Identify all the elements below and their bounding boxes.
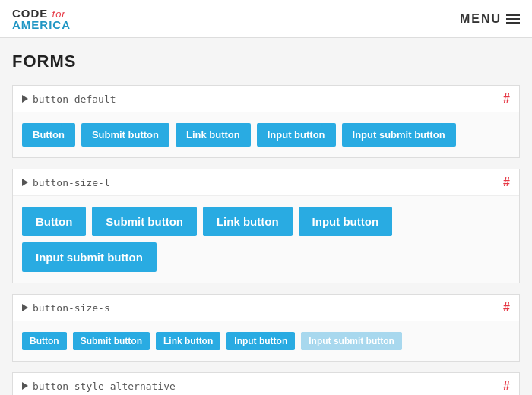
section-button-default: button-default#ButtonSubmit buttonLink b… xyxy=(12,85,520,158)
logo: CODE for AMERICA xyxy=(12,8,71,30)
btn-button-size-s-0[interactable]: Button xyxy=(22,332,67,350)
page-title: FORMS xyxy=(12,52,520,71)
btn-button-size-s-1[interactable]: Submit button xyxy=(73,332,150,350)
anchor-link[interactable]: # xyxy=(503,379,510,393)
section-title-button-style-alternative[interactable]: button-style-alternative xyxy=(22,381,176,392)
main-content: FORMS button-default#ButtonSubmit button… xyxy=(0,38,532,395)
expand-icon xyxy=(22,179,28,186)
btn-button-size-l-0[interactable]: Button xyxy=(22,207,86,236)
section-label: button-size-s xyxy=(33,302,110,314)
section-header-button-default: button-default# xyxy=(13,86,519,112)
section-header-button-size-l: button-size-l# xyxy=(13,169,519,196)
expand-icon xyxy=(22,95,28,103)
menu-icon xyxy=(506,14,520,24)
section-title-button-default[interactable]: button-default xyxy=(22,93,116,105)
expand-icon xyxy=(22,382,28,390)
btn-button-size-l-2[interactable]: Link button xyxy=(203,207,293,236)
section-title-button-size-l[interactable]: button-size-l xyxy=(22,177,110,188)
section-body-button-default: ButtonSubmit buttonLink buttonInput butt… xyxy=(13,112,519,157)
btn-button-default-0[interactable]: Button xyxy=(22,123,75,147)
section-button-size-l: button-size-l#ButtonSubmit buttonLink bu… xyxy=(12,169,520,283)
btn-button-size-s-3[interactable]: Input button xyxy=(226,332,295,350)
btn-button-default-2[interactable]: Link button xyxy=(176,123,251,147)
section-header-button-size-s: button-size-s# xyxy=(13,295,519,321)
logo-code: CODE for xyxy=(12,8,71,19)
section-body-button-size-l: ButtonSubmit buttonLink buttonInput butt… xyxy=(13,196,519,283)
btn-button-default-4[interactable]: Input submit button xyxy=(342,123,456,147)
logo-america: AMERICA xyxy=(12,19,71,30)
expand-icon xyxy=(22,304,28,311)
menu-button[interactable]: MENU xyxy=(460,12,520,26)
menu-label: MENU xyxy=(460,12,502,26)
btn-button-default-3[interactable]: Input button xyxy=(257,123,336,147)
anchor-link[interactable]: # xyxy=(503,175,510,189)
section-label: button-style-alternative xyxy=(33,381,176,392)
btn-button-default-1[interactable]: Submit button xyxy=(81,123,169,147)
section-body-button-size-s: ButtonSubmit buttonLink buttonInput butt… xyxy=(13,321,519,361)
anchor-link[interactable]: # xyxy=(503,301,510,314)
section-header-button-style-alternative: button-style-alternative# xyxy=(13,373,519,395)
sections-container: button-default#ButtonSubmit buttonLink b… xyxy=(12,85,520,395)
btn-button-size-s-2[interactable]: Link button xyxy=(156,332,220,350)
btn-button-size-l-3[interactable]: Input button xyxy=(299,207,392,236)
section-button-style-alternative: button-style-alternative#ButtonSubmit bu… xyxy=(12,372,520,395)
btn-button-size-s-4[interactable]: Input submit button xyxy=(301,332,402,350)
site-header: CODE for AMERICA MENU xyxy=(0,0,532,38)
anchor-link[interactable]: # xyxy=(503,92,510,106)
btn-button-size-l-1[interactable]: Submit button xyxy=(92,207,197,236)
section-title-button-size-s[interactable]: button-size-s xyxy=(22,302,110,314)
section-label: button-default xyxy=(33,93,116,105)
section-button-size-s: button-size-s#ButtonSubmit buttonLink bu… xyxy=(12,294,520,362)
btn-button-size-l-4[interactable]: Input submit button xyxy=(22,242,157,272)
section-label: button-size-l xyxy=(33,177,110,188)
